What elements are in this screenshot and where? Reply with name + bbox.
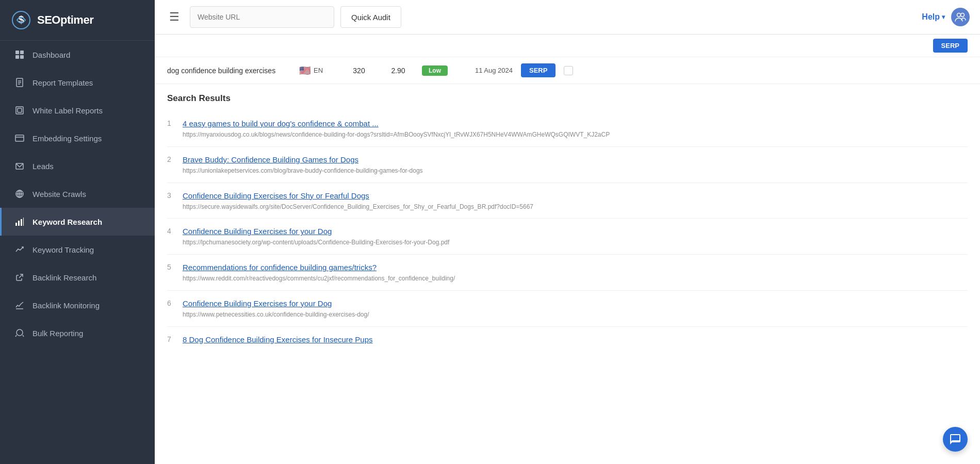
- svg-rect-22: [21, 219, 22, 226]
- flag-icon: 🇺🇸: [299, 65, 311, 76]
- svg-rect-4: [20, 51, 24, 54]
- logo-icon: $: [10, 9, 32, 31]
- dashboard-icon: [14, 49, 25, 60]
- sidebar-item-embedding-settings[interactable]: Embedding Settings: [0, 124, 155, 152]
- sidebar-item-website-crawls[interactable]: Website Crawls: [0, 180, 155, 208]
- result-url: https://lpchumanesociety.org/wp-content/…: [183, 238, 968, 247]
- sidebar-item-label: Backlink Monitoring: [32, 301, 100, 310]
- result-url: https://myanxiousdog.co.uk/blogs/news/co…: [183, 130, 968, 139]
- flag-lang: 🇺🇸 EN: [299, 65, 335, 76]
- result-content: Recommendations for confidence building …: [183, 262, 968, 283]
- result-title[interactable]: Recommendations for confidence building …: [183, 262, 968, 273]
- svg-rect-11: [16, 107, 23, 114]
- keyword-text: dog confidence building exercises: [167, 67, 291, 75]
- sidebar-item-keyword-research[interactable]: Keyword Research: [0, 208, 155, 236]
- sidebar-item-leads[interactable]: Leads: [0, 152, 155, 180]
- result-row: 1 4 easy games to build your dog's confi…: [167, 118, 968, 139]
- sidebar-item-backlink-research[interactable]: Backlink Research: [0, 263, 155, 291]
- date-value: 11 Aug 2024: [456, 67, 513, 74]
- result-item: 6 Confidence Building Exercises for your…: [167, 291, 968, 327]
- white-label-reports-icon: [14, 105, 25, 116]
- logo: $ SEOptimer: [0, 0, 155, 41]
- result-content: 8 Dog Confidence Building Exercises for …: [183, 334, 968, 345]
- cpc-value: 2.90: [383, 67, 414, 75]
- result-url: https://unionlakepetservices.com/blog/br…: [183, 167, 968, 175]
- avatar[interactable]: [951, 8, 970, 26]
- sidebar-item-label: Leads: [32, 162, 54, 171]
- svg-point-27: [961, 13, 965, 17]
- search-results-header: Search Results: [167, 84, 968, 111]
- sidebar-item-report-templates[interactable]: Report Templates: [0, 69, 155, 96]
- sidebar-item-white-label-reports[interactable]: White Label Reports: [0, 96, 155, 124]
- competition-badge: Low: [422, 65, 448, 76]
- top-serp-button[interactable]: SERP: [933, 39, 968, 53]
- result-row: 4 Confidence Building Exercises for your…: [167, 226, 968, 247]
- sidebar-item-backlink-monitoring[interactable]: Backlink Monitoring: [0, 291, 155, 319]
- result-content: Confidence Building Exercises for your D…: [183, 226, 968, 247]
- sidebar-item-label: Keyword Tracking: [32, 245, 94, 254]
- row-checkbox[interactable]: [564, 66, 573, 75]
- chevron-down-icon: ▾: [942, 13, 945, 21]
- result-title[interactable]: Confidence Building Exercises for your D…: [183, 298, 968, 309]
- search-results-container: Search Results 1 4 easy games to build y…: [155, 84, 980, 364]
- result-title[interactable]: 8 Dog Confidence Building Exercises for …: [183, 334, 968, 345]
- result-row: 5 Recommendations for confidence buildin…: [167, 262, 968, 283]
- sidebar-item-label: Embedding Settings: [32, 134, 102, 143]
- result-item: 1 4 easy games to build your dog's confi…: [167, 111, 968, 147]
- sidebar-item-bulk-reporting[interactable]: Bulk Reporting: [0, 319, 155, 347]
- top-action-row: SERP: [155, 35, 980, 57]
- result-number: 6: [167, 299, 176, 307]
- help-button[interactable]: Help ▾: [922, 12, 945, 22]
- result-item: 2 Brave Buddy: Confidence Building Games…: [167, 147, 968, 183]
- svg-rect-23: [23, 218, 24, 226]
- bulk-reporting-icon: [14, 327, 25, 339]
- leads-icon: [14, 160, 25, 172]
- sidebar-item-label: Keyword Research: [32, 218, 102, 226]
- result-title[interactable]: Confidence Building Exercises for your D…: [183, 226, 968, 237]
- serp-button[interactable]: SERP: [521, 63, 556, 77]
- svg-text:$: $: [18, 14, 24, 25]
- result-item: 3 Confidence Building Exercises for Shy …: [167, 183, 968, 219]
- chat-bubble[interactable]: [943, 427, 968, 452]
- header: ☰ Quick Audit Help ▾: [155, 0, 980, 35]
- result-row: 7 8 Dog Confidence Building Exercises fo…: [167, 334, 968, 345]
- main-content: ☰ Quick Audit Help ▾ SERP dog confidence…: [155, 0, 980, 464]
- svg-rect-6: [20, 55, 24, 59]
- sidebar-item-label: Backlink Research: [32, 273, 96, 282]
- svg-rect-12: [18, 108, 22, 112]
- result-title[interactable]: Brave Buddy: Confidence Building Games f…: [183, 154, 968, 165]
- result-title[interactable]: 4 easy games to build your dog's confide…: [183, 118, 968, 129]
- svg-rect-3: [15, 51, 19, 54]
- url-input[interactable]: [190, 6, 334, 28]
- result-url: https://secure.waysidewaifs.org/site/Doc…: [183, 203, 968, 211]
- menu-toggle-button[interactable]: ☰: [165, 8, 184, 26]
- logo-text: SEOptimer: [37, 13, 93, 27]
- result-content: 4 easy games to build your dog's confide…: [183, 118, 968, 139]
- result-url: https://www.petnecessities.co.uk/confide…: [183, 310, 968, 319]
- quick-audit-button[interactable]: Quick Audit: [340, 6, 401, 28]
- result-number: 2: [167, 155, 176, 163]
- svg-rect-20: [15, 223, 17, 226]
- result-row: 3 Confidence Building Exercises for Shy …: [167, 190, 968, 211]
- sidebar-item-dashboard[interactable]: Dashboard: [0, 41, 155, 69]
- svg-rect-5: [15, 55, 19, 59]
- sidebar-item-label: Report Templates: [32, 78, 93, 87]
- svg-point-26: [957, 13, 961, 17]
- result-item: 7 8 Dog Confidence Building Exercises fo…: [167, 327, 968, 352]
- result-number: 1: [167, 119, 176, 127]
- backlink-monitoring-icon: [14, 300, 25, 311]
- result-number: 5: [167, 263, 176, 271]
- help-label: Help: [922, 12, 940, 22]
- user-icon: [954, 11, 967, 23]
- result-title[interactable]: Confidence Building Exercises for Shy or…: [183, 190, 968, 201]
- content-area: SERP dog confidence building exercises 🇺…: [155, 35, 980, 464]
- result-row: 6 Confidence Building Exercises for your…: [167, 298, 968, 319]
- result-row: 2 Brave Buddy: Confidence Building Games…: [167, 154, 968, 175]
- embedding-settings-icon: [14, 132, 25, 144]
- sidebar-item-keyword-tracking[interactable]: Keyword Tracking: [0, 236, 155, 263]
- result-item: 4 Confidence Building Exercises for your…: [167, 219, 968, 255]
- chat-icon: [949, 433, 961, 445]
- backlink-research-icon: [14, 272, 25, 283]
- sidebar-item-label: Website Crawls: [32, 190, 86, 198]
- volume-value: 320: [344, 67, 374, 75]
